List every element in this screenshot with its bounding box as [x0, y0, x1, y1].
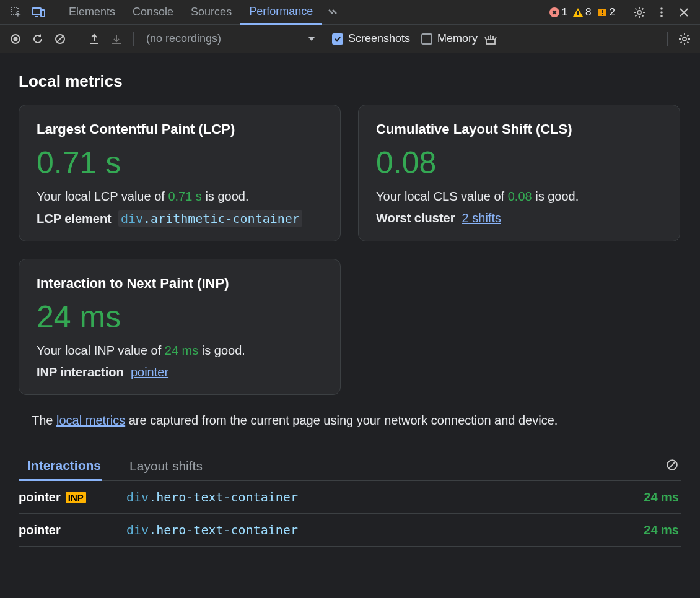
lcp-detail: LCP element div.arithmetic-container	[37, 211, 323, 226]
divider	[623, 6, 623, 19]
section-title: Local metrics	[19, 72, 681, 91]
memory-label: Memory	[437, 32, 478, 45]
tab-sources[interactable]: Sources	[182, 0, 240, 24]
divider	[77, 32, 77, 46]
cls-detail: Worst cluster 2 shifts	[376, 211, 662, 225]
error-count-value: 1	[562, 6, 567, 19]
cls-summary: Your local CLS value of 0.08 is good.	[376, 189, 662, 204]
checkbox-empty-icon	[421, 33, 432, 45]
cls-shifts-link[interactable]: 2 shifts	[462, 211, 501, 225]
record-button[interactable]	[6, 30, 25, 48]
inspect-element-icon[interactable]	[7, 4, 25, 21]
inp-summary: Your local INP value of 24 ms is good.	[37, 344, 323, 358]
inp-detail: INP interaction pointer	[37, 365, 323, 379]
memory-checkbox[interactable]: Memory	[421, 32, 478, 45]
tab-elements[interactable]: Elements	[60, 0, 124, 24]
close-icon[interactable]	[675, 4, 693, 21]
performance-toolbar: (no recordings) Screenshots Memory	[0, 25, 700, 53]
issues-count[interactable]: 2	[597, 6, 615, 19]
chevron-down-icon	[307, 35, 316, 43]
devtools-tabstrip: Elements Console Sources Performance 1 8…	[0, 0, 700, 25]
collect-garbage-icon[interactable]	[481, 30, 500, 48]
bottom-tabs: Interactions Layout shifts	[19, 453, 681, 481]
capture-settings-gear-icon[interactable]	[675, 30, 694, 48]
svg-point-11	[660, 7, 663, 10]
svg-point-22	[683, 37, 686, 41]
device-toolbar-icon[interactable]	[30, 4, 47, 21]
svg-rect-1	[32, 8, 41, 15]
info-strip: The local metrics are captured from the …	[19, 412, 681, 428]
screenshots-checkbox[interactable]: Screenshots	[332, 32, 410, 45]
svg-line-17	[57, 36, 63, 42]
download-profile-icon[interactable]	[107, 30, 126, 48]
performance-panel: Local metrics Largest Contentful Paint (…	[0, 53, 700, 598]
tab-performance[interactable]: Performance	[240, 1, 322, 25]
cls-value: 0.08	[376, 145, 662, 181]
upload-profile-icon[interactable]	[85, 30, 103, 48]
svg-rect-8	[602, 10, 603, 13]
svg-line-24	[669, 462, 676, 469]
divider	[667, 32, 668, 46]
warning-count[interactable]: 8	[572, 6, 591, 19]
divider	[19, 412, 19, 428]
svg-point-15	[14, 37, 18, 41]
inp-badge: INP	[66, 492, 86, 503]
interaction-element-link[interactable]: div.hero-text-container	[124, 522, 300, 538]
interaction-kind: pointer	[19, 490, 61, 505]
svg-rect-18	[486, 40, 495, 44]
svg-rect-6	[577, 14, 579, 15]
inp-title: Interaction to Next Paint (INP)	[37, 275, 323, 292]
lcp-summary: Your local LCP value of 0.71 s is good.	[37, 189, 323, 204]
lcp-title: Largest Contentful Paint (LCP)	[37, 121, 323, 137]
svg-point-13	[660, 15, 663, 17]
svg-point-12	[660, 11, 663, 14]
divider	[133, 32, 134, 46]
error-count[interactable]: 1	[549, 6, 567, 19]
svg-point-10	[637, 11, 641, 14]
lcp-card: Largest Contentful Paint (LCP) 0.71 s Yo…	[19, 105, 341, 241]
inp-interaction-link[interactable]: pointer	[131, 365, 168, 379]
table-row[interactable]: pointer div.hero-text-container 24 ms	[19, 514, 681, 547]
inp-value: 24 ms	[37, 299, 323, 335]
svg-rect-3	[41, 10, 45, 17]
cls-title: Cumulative Layout Shift (CLS)	[376, 121, 662, 137]
divider	[55, 6, 55, 19]
table-row[interactable]: pointer INP div.hero-text-container 24 m…	[19, 481, 681, 514]
settings-gear-icon[interactable]	[631, 4, 648, 21]
checkbox-checked-icon	[332, 33, 343, 45]
tab-console[interactable]: Console	[124, 0, 182, 24]
recordings-select-label: (no recordings)	[146, 32, 221, 45]
reload-record-button[interactable]	[28, 30, 47, 48]
more-tabs-chevron-icon[interactable]	[324, 4, 341, 21]
recordings-select[interactable]: (no recordings)	[141, 31, 321, 46]
interaction-element-link[interactable]: div.hero-text-container	[124, 489, 300, 505]
clear-button[interactable]	[51, 30, 69, 48]
kebab-menu-icon[interactable]	[653, 4, 670, 21]
issues-count-value: 2	[610, 6, 615, 19]
cls-card: Cumulative Layout Shift (CLS) 0.08 Your …	[358, 105, 680, 241]
svg-rect-5	[577, 11, 579, 14]
tab-layout-shifts[interactable]: Layout shifts	[121, 454, 204, 480]
svg-rect-9	[602, 14, 603, 15]
lcp-value: 0.71 s	[37, 145, 323, 181]
inp-card: Interaction to Next Paint (INP) 24 ms Yo…	[19, 259, 341, 395]
warning-count-value: 8	[585, 6, 591, 19]
interaction-duration: 24 ms	[644, 490, 681, 505]
screenshots-label: Screenshots	[348, 32, 410, 45]
interaction-duration: 24 ms	[644, 523, 681, 537]
clear-interactions-icon[interactable]	[663, 456, 681, 474]
lcp-element-link[interactable]: div.arithmetic-container	[118, 210, 302, 227]
metric-cards: Largest Contentful Paint (LCP) 0.71 s Yo…	[19, 105, 681, 395]
interactions-table: pointer INP div.hero-text-container 24 m…	[19, 481, 681, 547]
local-metrics-link[interactable]: local metrics	[56, 414, 125, 427]
interaction-kind: pointer	[19, 523, 61, 537]
tab-interactions[interactable]: Interactions	[19, 453, 102, 481]
